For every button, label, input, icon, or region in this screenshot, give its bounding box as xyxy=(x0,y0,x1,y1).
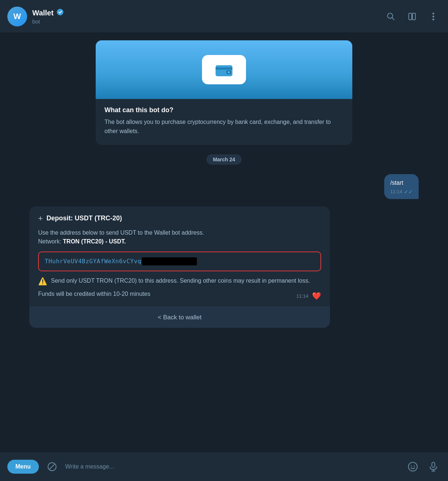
double-check-icon: ✓✓ xyxy=(404,189,413,195)
svg-point-16 xyxy=(414,465,415,466)
menu-button[interactable]: Menu xyxy=(7,460,39,474)
funds-text: Funds will be credited within 10-20 minu… xyxy=(38,291,150,297)
svg-line-13 xyxy=(50,465,54,469)
message-input[interactable] xyxy=(65,463,400,470)
svg-rect-17 xyxy=(432,462,435,467)
wallet-address: THuhrVeUV4BzGYAfWeXn6vCYvq xyxy=(45,257,197,265)
sent-message-row: /start 11:14 ✓✓ xyxy=(29,174,419,199)
heart-icon: ❤️ xyxy=(312,291,321,300)
deposit-message-row: + Deposit: USDT (TRC-20) Use the address… xyxy=(29,206,419,328)
header-title-row: Wallet xyxy=(32,8,383,18)
svg-point-7 xyxy=(433,18,434,20)
deposit-time: 11:14 xyxy=(296,293,308,299)
sent-message-time: 11:14 xyxy=(390,189,402,194)
search-button[interactable] xyxy=(383,9,398,24)
header-info: Wallet bot xyxy=(32,8,383,25)
header-actions xyxy=(383,9,441,24)
plus-icon: + xyxy=(38,214,43,223)
warning-icon: ⚠️ xyxy=(38,277,47,286)
date-badge: March 24 xyxy=(206,154,242,165)
bot-intro-desc: The bot allows you to purchase cryptocur… xyxy=(104,118,344,136)
warning-text: Send only USDT TRON (TRC20) to this addr… xyxy=(51,276,310,286)
svg-rect-3 xyxy=(409,13,412,20)
bot-intro-image xyxy=(96,40,352,99)
chat-header: W Wallet bot xyxy=(0,0,448,33)
deposit-title: Deposit: USDT (TRC-20) xyxy=(47,214,122,222)
more-button[interactable] xyxy=(426,9,441,24)
sent-message-meta: 11:14 ✓✓ xyxy=(390,189,413,195)
svg-point-14 xyxy=(408,462,417,471)
bot-intro-title: What can this bot do? xyxy=(104,106,344,114)
back-btn-row: < Back to wallet xyxy=(29,307,330,328)
attach-button[interactable] xyxy=(45,459,59,474)
deposit-card-body: + Deposit: USDT (TRC-20) Use the address… xyxy=(29,206,330,307)
svg-point-0 xyxy=(57,9,63,15)
back-to-wallet-button[interactable]: < Back to wallet xyxy=(29,307,330,328)
input-bar: Menu xyxy=(0,452,448,481)
address-box[interactable]: THuhrVeUV4BzGYAfWeXn6vCYvq xyxy=(38,251,321,271)
address-redacted xyxy=(142,257,197,265)
avatar: W xyxy=(7,7,27,26)
svg-point-11 xyxy=(228,71,230,73)
deposit-footer-row: Funds will be credited within 10-20 minu… xyxy=(38,291,321,301)
date-separator: March 24 xyxy=(29,154,419,165)
svg-point-5 xyxy=(433,12,434,14)
bot-intro-card: What can this bot do? The bot allows you… xyxy=(96,40,352,145)
deposit-description: Use the address below to send USDT to th… xyxy=(38,228,321,247)
emoji-button[interactable] xyxy=(405,459,420,474)
chat-name: Wallet xyxy=(32,9,54,17)
svg-rect-4 xyxy=(412,13,415,20)
svg-point-6 xyxy=(433,15,434,17)
deposit-meta: 11:14 ❤️ xyxy=(296,291,321,300)
bot-intro-content: What can this bot do? The bot allows you… xyxy=(96,99,352,145)
verified-icon xyxy=(56,8,64,18)
sent-message-bubble: /start 11:14 ✓✓ xyxy=(384,174,419,199)
columns-button[interactable] xyxy=(405,9,419,24)
svg-point-15 xyxy=(411,465,412,466)
sent-message-text: /start xyxy=(390,179,413,187)
bot-logo xyxy=(202,55,246,84)
deposit-title-row: + Deposit: USDT (TRC-20) xyxy=(38,214,321,223)
network-bold: TRON (TRC20) - USDT. xyxy=(63,238,126,245)
wallet-svg-icon xyxy=(215,62,233,77)
deposit-card: + Deposit: USDT (TRC-20) Use the address… xyxy=(29,206,330,328)
svg-rect-9 xyxy=(216,67,232,70)
warning-row: ⚠️ Send only USDT TRON (TRC20) to this a… xyxy=(38,276,321,286)
chat-area: What can this bot do? The bot allows you… xyxy=(0,33,448,452)
microphone-button[interactable] xyxy=(426,459,441,474)
svg-line-2 xyxy=(392,18,394,20)
chat-subtitle: bot xyxy=(32,18,383,25)
